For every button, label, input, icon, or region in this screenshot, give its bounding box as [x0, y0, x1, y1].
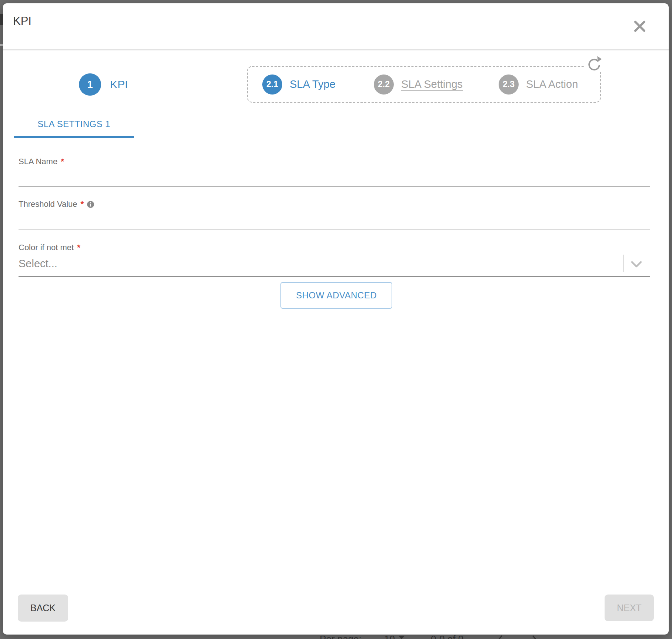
per-page-value: 10 [384, 635, 395, 639]
sla-name-input[interactable] [19, 166, 650, 186]
required-asterisk: * [81, 199, 84, 209]
modal-title: KPI [13, 14, 31, 28]
color-select-underline [19, 276, 650, 277]
threshold-value-label-text: Threshold Value [19, 199, 77, 209]
step-1-label: KPI [110, 78, 128, 91]
header-divider [3, 49, 669, 50]
show-advanced-button[interactable]: SHOW ADVANCED [280, 282, 392, 309]
background-page-divider-fragment [0, 44, 3, 46]
step-2-1-label: SLA Type [290, 78, 336, 90]
chevron-down-icon [631, 261, 642, 270]
select-divider [623, 255, 624, 272]
step-1-badge: 1 [79, 73, 101, 96]
kpi-modal: KPI 1 KPI 2.1 SLA Type 2.2 SLA Se [3, 3, 669, 635]
step-2-2-label: SLA Settings [401, 78, 463, 90]
refresh-icon[interactable] [585, 53, 603, 72]
substep-sla-settings[interactable]: 2.2 SLA Settings [374, 66, 463, 103]
stepper-step-kpi: 1 KPI [79, 63, 128, 106]
info-icon[interactable] [87, 201, 94, 208]
threshold-value-underline [19, 229, 650, 229]
color-if-not-met-label: Color if not met* [19, 243, 80, 252]
tab-sla-settings-1[interactable]: SLA SETTINGS 1 [14, 112, 134, 138]
pagination-range-label: 0-0 of 0 [431, 635, 463, 639]
sla-name-label-text: SLA Name [19, 157, 57, 166]
substep-sla-action[interactable]: 2.3 SLA Action [499, 66, 578, 103]
step-2-2-badge: 2.2 [374, 75, 394, 95]
pagination-row: Per page: 10 0-0 of 0 [0, 635, 672, 639]
close-icon[interactable] [632, 19, 648, 34]
screen: Per page: 10 0-0 of 0 KPI 1 KPI [0, 0, 672, 639]
required-asterisk: * [77, 243, 80, 252]
sla-name-label: SLA Name* [19, 157, 64, 166]
color-select[interactable]: Select... [19, 252, 650, 275]
substep-sla-type[interactable]: 2.1 SLA Type [262, 66, 336, 103]
color-select-value: Select... [19, 258, 57, 270]
per-page-caret-icon [399, 636, 405, 639]
chevron-left-icon [495, 635, 505, 639]
step-2-3-label: SLA Action [526, 78, 578, 90]
color-if-not-met-label-text: Color if not met [19, 243, 74, 252]
back-button[interactable]: BACK [18, 595, 68, 622]
per-page-label: Per page: [320, 635, 362, 639]
background-pagination-bar: Per page: 10 0-0 of 0 [0, 635, 672, 639]
required-asterisk: * [61, 157, 64, 166]
threshold-value-label: Threshold Value* [19, 199, 94, 209]
sla-name-underline [19, 186, 650, 187]
chevron-right-icon [530, 635, 539, 639]
background-page-fragment [0, 14, 3, 25]
next-button[interactable]: NEXT [605, 595, 654, 621]
threshold-value-input[interactable] [19, 209, 650, 228]
step-2-3-badge: 2.3 [499, 75, 519, 95]
step-2-1-badge: 2.1 [262, 75, 282, 95]
